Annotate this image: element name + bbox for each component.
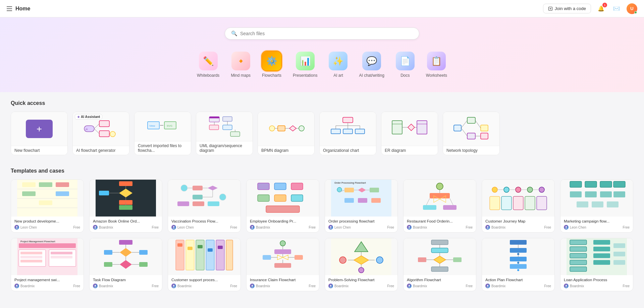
svg-rect-133 [585, 181, 597, 187]
template-card[interactable]: Project Management Flowchart Project man… [11, 238, 84, 291]
svg-rect-29 [343, 129, 353, 134]
svg-rect-138 [600, 191, 612, 197]
category-item-aiart[interactable]: ✨ AI art [325, 49, 352, 80]
search-input[interactable] [240, 31, 413, 36]
template-card[interactable]: Vaccination Process Flow... Leon Chen Fr… [168, 179, 241, 233]
template-info: Project management swi... Boardmix Free [11, 275, 84, 291]
svg-rect-228 [593, 253, 610, 258]
svg-rect-97 [344, 188, 354, 192]
worksheets-icon: 📋 [427, 52, 446, 70]
free-badge: Free [623, 226, 630, 229]
template-author: Leon Chen [171, 225, 194, 230]
svg-rect-100 [358, 198, 367, 203]
svg-rect-99 [344, 198, 354, 203]
svg-rect-16 [223, 125, 232, 130]
qa-card-er[interactable]: ER diagram [381, 112, 438, 155]
template-info: Insurance Claim Flowchart Boardmix Free [247, 275, 319, 291]
category-item-mindmaps[interactable]: 🔸 Mind maps [227, 49, 255, 80]
qa-card-org[interactable]: Organizational chart [319, 112, 376, 155]
free-badge: Free [387, 226, 394, 229]
join-with-code-button[interactable]: Join with a code [543, 4, 591, 13]
menu-icon[interactable] [7, 6, 12, 11]
category-grid: ✏️ Whiteboards 🔸 Mind maps ⚙️ Flowcharts… [193, 49, 451, 80]
template-info: Amazon Book Online Ord... Boardmix Free [90, 217, 162, 232]
svg-rect-15 [223, 117, 232, 121]
category-item-whiteboards[interactable]: ✏️ Whiteboards [193, 49, 223, 80]
svg-rect-101 [371, 198, 381, 203]
svg-rect-204 [453, 257, 462, 262]
template-info: Loan Application Process Boardmix Free [560, 275, 633, 291]
svg-point-71 [95, 226, 96, 228]
svg-rect-139 [613, 191, 625, 197]
category-item-worksheets[interactable]: 📋 Worksheets [422, 49, 451, 80]
template-info: Algorithm Flowchart Boardmix Free [404, 275, 476, 291]
template-preview [90, 238, 162, 275]
svg-rect-135 [613, 181, 625, 187]
template-preview [247, 180, 319, 217]
svg-rect-87 [274, 183, 286, 190]
template-card[interactable]: New product developme... Leon Chen Free [11, 179, 84, 233]
search-bar[interactable]: 🔍 [225, 27, 419, 40]
mail-icon[interactable]: ✉️ [611, 3, 622, 14]
template-card[interactable]: Loan Application Process Boardmix Free [560, 238, 633, 291]
svg-rect-88 [291, 183, 303, 190]
svg-rect-167 [216, 240, 224, 270]
svg-rect-170 [187, 247, 193, 250]
qa-card-network[interactable]: Network topology [443, 112, 500, 155]
template-info: Problem-Solving Flowchart Boardmix Free [325, 275, 397, 291]
svg-rect-17 [230, 132, 240, 136]
template-card[interactable]: Restaurant Food Orderin... Boardmix Free [403, 179, 476, 233]
template-card[interactable]: Task Flow Diagram Boardmix Free [89, 238, 162, 291]
category-item-aichat[interactable]: 💬 AI chat/writing [355, 49, 388, 80]
notification-button[interactable]: 🔔 1 [596, 3, 606, 14]
template-info: Marketing campaign flow... Leon Chen Fre… [560, 217, 633, 232]
qa-card-convert[interactable]: ViewSVG Convert imported files to flowch… [134, 112, 191, 155]
avatar[interactable]: U [627, 3, 637, 14]
svg-rect-156 [119, 240, 132, 245]
template-card[interactable]: Algorithm Flowchart Boardmix Free [403, 238, 476, 291]
template-card[interactable]: Problem-Solving Flowchart Boardmix Free [325, 238, 398, 291]
template-meta: Boardmix Free [407, 284, 473, 288]
template-author: Boardmix [93, 225, 113, 230]
svg-rect-3 [99, 131, 109, 137]
svg-rect-58 [22, 191, 36, 196]
template-card[interactable]: Amazon Book Online Ord... Boardmix Free [89, 179, 162, 233]
category-item-presentations[interactable]: 📊 Presentations [289, 49, 321, 80]
svg-rect-128 [525, 196, 535, 210]
svg-point-21 [269, 126, 275, 131]
author-icon [14, 284, 19, 288]
qa-card-ai-generator[interactable]: ★ AI Assistant AI AI flowchart generator [72, 112, 129, 155]
template-author: Boardmix [328, 284, 348, 288]
presentations-label: Presentations [293, 73, 317, 78]
svg-point-73 [181, 185, 187, 191]
svg-point-195 [330, 285, 331, 286]
presentations-icon: 📊 [296, 52, 315, 70]
svg-point-186 [252, 285, 253, 286]
category-item-flowcharts[interactable]: ⚙️ Flowcharts [258, 49, 285, 80]
svg-rect-229 [593, 260, 610, 265]
template-card[interactable]: Customer Journey Map Boardmix Free [482, 179, 555, 233]
template-meta: Leon Chen Free [328, 225, 394, 230]
template-card[interactable]: Action Plan Flowchart Boardmix Free [482, 238, 555, 291]
template-author: Boardmix [250, 284, 270, 288]
svg-line-47 [461, 120, 467, 128]
svg-line-5 [94, 124, 99, 129]
category-item-docs[interactable]: 📄 Docs [392, 49, 419, 80]
template-meta: Boardmix Free [171, 284, 237, 288]
svg-rect-232 [613, 260, 625, 265]
svg-rect-110 [423, 205, 436, 210]
docs-label: Docs [400, 73, 410, 78]
template-info: Customer Journey Map Boardmix Free [482, 217, 554, 232]
svg-rect-173 [218, 246, 223, 249]
svg-rect-142 [607, 201, 619, 207]
qa-card-bpmn[interactable]: BPMN diagram [258, 112, 315, 155]
template-card[interactable]: Order Processing Flowchart Order process… [325, 179, 398, 233]
svg-rect-152 [51, 252, 72, 254]
qa-card-new-flowchart[interactable]: + New flowchart [11, 112, 68, 155]
svg-rect-27 [343, 117, 353, 123]
template-card[interactable]: Marketing campaign flow... Leon Chen Fre… [560, 179, 633, 233]
qa-card-uml[interactable]: UML diagram/sequence diagram [196, 112, 253, 155]
template-card[interactable]: Customer support proces... Boardmix Free [168, 238, 241, 291]
template-card[interactable]: Employee Onboarding Pr... Boardmix Free [246, 179, 319, 233]
template-card[interactable]: Insurance Claim Flowchart Boardmix Free [246, 238, 319, 291]
